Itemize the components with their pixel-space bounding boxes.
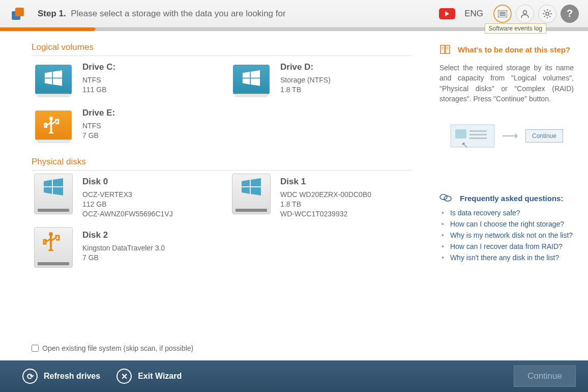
footer: ⟳Refresh drives ✕Exit Wizard Continue: [0, 360, 588, 392]
volume-fs: NTFS: [82, 121, 115, 131]
help-illustration: ↖ ⟶ Continue: [439, 124, 574, 148]
svg-line-17: [549, 10, 550, 11]
svg-point-8: [523, 10, 527, 14]
exit-wizard-button[interactable]: ✕Exit Wizard: [116, 369, 182, 384]
disk-item[interactable]: Disk 1 WDC WD20EZRX-00DC0B0 1.8 TB WD-WC…: [229, 174, 422, 222]
volume-size: 1.8 TB: [280, 85, 331, 95]
disk-item[interactable]: Disk 0 OCZ-VERTEX3 112 GB OCZ-AWNZ0FW556…: [32, 174, 224, 222]
disk-name: Disk 2: [82, 230, 165, 240]
faq-heading: Frequently asked questions:: [439, 193, 574, 203]
volume-size: 111 GB: [82, 85, 115, 95]
open-existing-fs-checkbox[interactable]: Open existing file system (skip scan, if…: [32, 344, 193, 352]
faq-item[interactable]: How can I recover data from RAID?: [439, 242, 574, 250]
disk-serial: OCZ-AWNZ0FW55696C1VJ: [82, 209, 173, 219]
svg-line-15: [549, 16, 550, 17]
volume-item[interactable]: Drive D: Storage (NTFS) 1.8 TB: [229, 59, 422, 100]
tooltip: Software events log: [485, 23, 546, 34]
volume-name: Drive D:: [280, 62, 331, 72]
continue-button[interactable]: Continue: [514, 366, 576, 387]
events-log-button[interactable]: [493, 5, 512, 23]
svg-rect-3: [15, 8, 24, 16]
refresh-drives-button[interactable]: ⟳Refresh drives: [22, 369, 100, 384]
svg-line-16: [544, 16, 545, 17]
svg-line-14: [544, 10, 545, 11]
disk-model: WDC WD20EZRX-00DC0B0: [280, 190, 371, 200]
volume-name: Drive C:: [82, 62, 115, 72]
disk-item[interactable]: Disk 2 Kingston DataTraveler 3.0 7 GB: [32, 227, 224, 268]
faq-item[interactable]: Is data recovery safe?: [439, 209, 574, 217]
volume-size: 7 GB: [82, 131, 115, 141]
logical-volumes-title: Logical volumes: [32, 42, 412, 56]
volume-fs: Storage (NTFS): [280, 75, 331, 85]
volume-item[interactable]: Drive C: NTFS 111 GB: [32, 59, 224, 100]
disk-model: OCZ-VERTEX3: [82, 190, 173, 200]
step-title: Step 1. Please select a storage with the…: [38, 9, 286, 19]
windows-volume-icon: [231, 62, 271, 97]
physical-disks-title: Physical disks: [32, 157, 412, 171]
usb-volume-icon: [34, 108, 73, 143]
help-button[interactable]: ?: [561, 5, 579, 23]
volume-name: Drive E:: [82, 108, 115, 118]
usb-disk-icon: [34, 230, 73, 265]
app-logo-icon: [9, 5, 26, 22]
windows-volume-icon: [34, 62, 73, 97]
faq-item[interactable]: How can I choose the right storage?: [439, 220, 574, 228]
svg-point-22: [440, 194, 447, 200]
youtube-button[interactable]: [439, 8, 455, 19]
disk-serial: WD-WCC1T0239932: [280, 209, 371, 219]
help-text: Select the required storage by its name …: [439, 63, 574, 104]
account-button[interactable]: [516, 5, 534, 23]
volume-item[interactable]: Drive E: NTFS 7 GB: [32, 105, 224, 146]
faq-item[interactable]: Why is my network disk not on the list?: [439, 231, 574, 239]
disk-size: 112 GB: [82, 200, 173, 209]
disk-name: Disk 0: [82, 177, 173, 187]
svg-point-9: [546, 12, 549, 15]
disk-model: Kingston DataTraveler 3.0: [82, 243, 165, 253]
hard-disk-icon: [34, 177, 73, 211]
svg-point-23: [444, 196, 451, 201]
disk-size: 1.8 TB: [280, 200, 371, 209]
faq-item[interactable]: Why isn't there any disk in the list?: [439, 254, 574, 262]
hard-disk-icon: [231, 177, 271, 211]
help-heading: What's to be done at this step?: [439, 44, 574, 54]
settings-button[interactable]: [538, 5, 556, 23]
disk-size: 7 GB: [82, 253, 165, 263]
disk-name: Disk 1: [280, 177, 371, 187]
language-selector[interactable]: ENG: [464, 9, 483, 19]
volume-fs: NTFS: [82, 75, 115, 85]
